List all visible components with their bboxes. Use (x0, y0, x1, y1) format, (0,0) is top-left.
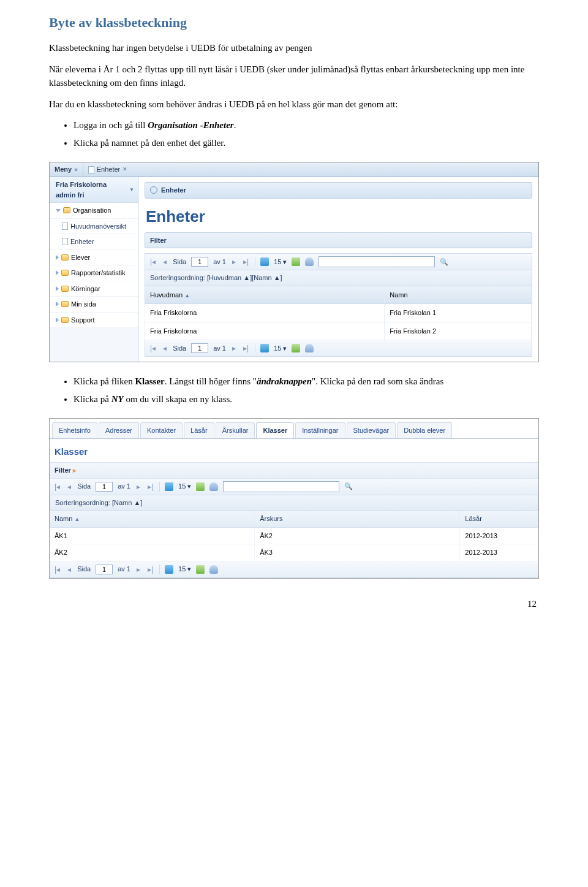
add-icon[interactable] (196, 565, 205, 574)
col-namn[interactable]: Namn (385, 286, 532, 304)
tab-dubbla-elever[interactable]: Dubbla elever (397, 422, 452, 438)
meny-label[interactable]: Meny « (50, 162, 83, 177)
cell: Fria Friskolan 1 (385, 304, 532, 322)
table-row[interactable]: ÅK2 ÅK3 2012-2013 (50, 544, 538, 562)
filter-bar[interactable]: Filter ▸ (50, 462, 538, 479)
perpage-select[interactable]: 15 ▾ (274, 343, 287, 354)
page-input[interactable] (191, 257, 208, 267)
first-page-button[interactable]: |◂ (149, 256, 157, 267)
folder-icon (63, 207, 70, 213)
table-row[interactable]: ÅK1 ÅK2 2012-2013 (50, 528, 538, 545)
sidebar-item-korningar[interactable]: Körningar (50, 281, 138, 297)
page-label: Sida (173, 257, 186, 267)
next-page-button[interactable]: ▸ (135, 564, 141, 575)
page-input[interactable] (191, 343, 208, 353)
search-input[interactable] (318, 256, 435, 267)
cell: Fria Friskolan 2 (385, 322, 532, 340)
table-row[interactable]: Fria Friskolorna Fria Friskolan 2 (145, 322, 532, 341)
last-page-button[interactable]: ▸| (242, 256, 250, 267)
perpage-select[interactable]: 15 ▾ (178, 481, 191, 492)
tab-enhetsinfo[interactable]: Enhetsinfo (52, 422, 97, 438)
chevron-right-icon (56, 302, 59, 306)
refresh-icon[interactable] (165, 482, 173, 491)
pagination-toolbar-top: |◂ ◂ Sida av 1 ▸ ▸| 15 ▾ 🔍 (145, 253, 532, 270)
prev-page-button[interactable]: ◂ (162, 343, 168, 354)
paragraph: När eleverna i År 1 och 2 flyttas upp ti… (49, 63, 539, 90)
sidebar-item-organisation[interactable]: Organisation (50, 203, 138, 219)
tab-installningar[interactable]: Inställningar (295, 422, 345, 438)
chevron-right-icon (56, 286, 59, 291)
col-lasar[interactable]: Läsår (460, 511, 538, 527)
section-title: Enheter (146, 205, 532, 229)
person-icon[interactable] (209, 565, 218, 574)
table-row[interactable]: Fria Friskolorna Fria Friskolan 1 (145, 304, 532, 322)
perpage-select[interactable]: 15 ▾ (178, 564, 191, 574)
filter-bar[interactable]: Filter (145, 232, 532, 249)
perpage-select[interactable]: 15 ▾ (274, 257, 287, 267)
tab-kontakter[interactable]: Kontakter (140, 422, 183, 438)
chevron-right-icon (56, 255, 59, 260)
list-item: Klicka på NY om du vill skapa en ny klas… (74, 392, 539, 406)
first-page-button[interactable]: |◂ (149, 343, 157, 354)
tab-arskullar[interactable]: Årskullar (216, 422, 255, 438)
page-input[interactable] (96, 482, 113, 492)
cell: Fria Friskolorna (145, 322, 385, 340)
cell: ÅK2 (255, 528, 460, 544)
list-item: Klicka på namnet på den enhet det gäller… (74, 136, 539, 150)
cell: ÅK1 (50, 528, 255, 544)
tab-lasar[interactable]: Läsår (184, 422, 214, 438)
person-icon[interactable] (209, 482, 218, 491)
tab-studievagar[interactable]: Studievägar (347, 422, 396, 438)
last-page-button[interactable]: ▸| (146, 481, 154, 492)
sidebar-item-minsida[interactable]: Min sida (50, 297, 138, 313)
col-huvudman[interactable]: Huvudman ▲ (145, 286, 385, 304)
tab-adresser[interactable]: Adresser (99, 422, 139, 438)
next-page-button[interactable]: ▸ (231, 343, 237, 354)
document-icon (88, 166, 94, 173)
search-icon[interactable]: 🔍 (440, 257, 448, 267)
sidebar-item-support[interactable]: Support (50, 313, 138, 329)
user-dropdown[interactable]: Fria Friskolorna admin fri ▼ (50, 177, 138, 203)
close-icon[interactable]: ✕ (123, 166, 127, 174)
refresh-icon[interactable] (260, 257, 269, 266)
col-arskurs[interactable]: Årskurs (255, 511, 460, 527)
next-page-button[interactable]: ▸ (135, 481, 141, 492)
sidebar-item-enheter[interactable]: Enheter (50, 234, 138, 250)
search-icon[interactable]: 🔍 (344, 481, 353, 492)
page-of-label: av 1 (213, 343, 226, 354)
refresh-icon[interactable] (165, 565, 173, 574)
sidebar-item-huvudman[interactable]: Huvudmanöversikt (50, 219, 138, 235)
tabs: Enhetsinfo Adresser Kontakter Läsår Årsk… (50, 419, 538, 439)
sidebar-item-elever[interactable]: Elever (50, 250, 138, 266)
sidebar-item-rapporter[interactable]: Rapporter/statistik (50, 265, 138, 281)
folder-icon (61, 254, 69, 261)
sort-asc-icon: ▲ (74, 516, 80, 522)
first-page-button[interactable]: |◂ (53, 564, 61, 575)
cell: ÅK3 (255, 544, 460, 561)
tab-klasser[interactable]: Klasser (256, 422, 294, 438)
folder-icon (61, 286, 69, 292)
section-title: Klasser (50, 439, 538, 463)
page-input[interactable] (96, 565, 113, 574)
person-icon[interactable] (305, 257, 314, 266)
last-page-button[interactable]: ▸| (146, 564, 154, 575)
add-icon[interactable] (292, 257, 300, 266)
tab-enheter[interactable]: Enheter (97, 164, 121, 175)
chevron-left-icon[interactable]: « (74, 165, 78, 174)
search-input[interactable] (223, 481, 339, 492)
refresh-icon[interactable] (260, 344, 269, 352)
page-title: Byte av klassbeteckning (49, 12, 539, 32)
grid-header: Huvudman ▲ Namn (145, 286, 532, 305)
chevron-down-icon (56, 209, 61, 212)
prev-page-button[interactable]: ◂ (66, 564, 72, 575)
last-page-button[interactable]: ▸| (242, 343, 250, 354)
prev-page-button[interactable]: ◂ (162, 256, 168, 267)
add-icon[interactable] (196, 482, 205, 491)
next-page-button[interactable]: ▸ (231, 256, 237, 267)
first-page-button[interactable]: |◂ (53, 481, 61, 492)
prev-page-button[interactable]: ◂ (66, 481, 72, 492)
page-number: 12 (49, 597, 539, 611)
person-icon[interactable] (305, 344, 314, 352)
add-icon[interactable] (292, 344, 300, 352)
col-namn[interactable]: Namn ▲ (50, 511, 255, 527)
